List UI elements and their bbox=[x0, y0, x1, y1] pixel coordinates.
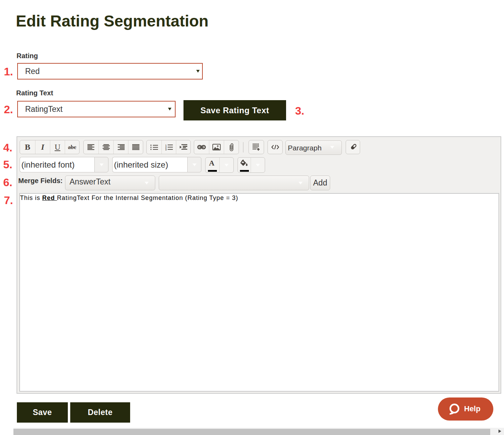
svg-text:3: 3 bbox=[165, 148, 167, 150]
